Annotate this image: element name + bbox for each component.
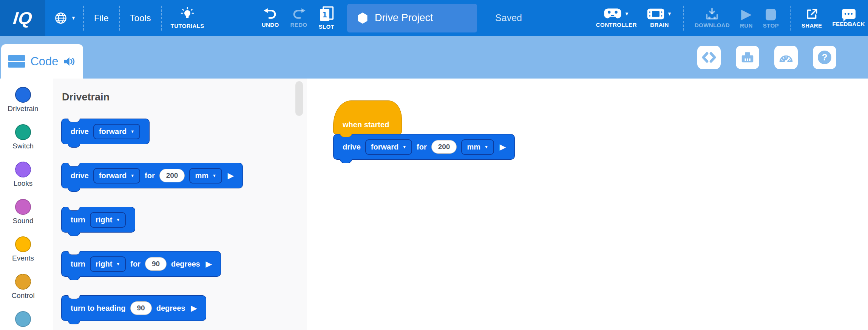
- block-dropdown[interactable]: mm▼: [461, 139, 494, 155]
- help-button[interactable]: ?: [813, 46, 836, 69]
- code-block[interactable]: driveforward▼: [61, 119, 150, 144]
- slot-button[interactable]: 1 SLOT: [318, 6, 334, 30]
- code-viewer-button[interactable]: [697, 46, 721, 69]
- category-color-dot[interactable]: [15, 236, 31, 252]
- controller-label: CONTROLLER: [596, 22, 637, 28]
- download-button[interactable]: DOWNLOAD: [695, 8, 730, 28]
- block-number-input[interactable]: 90: [145, 257, 167, 271]
- tools-menu[interactable]: Tools: [127, 13, 154, 23]
- block-dropdown[interactable]: mm▼: [189, 168, 222, 184]
- lightbulb-icon: [180, 7, 195, 21]
- code-block[interactable]: turn to heading90degrees▶: [61, 295, 206, 321]
- run-button[interactable]: ▶ RUN: [740, 8, 753, 29]
- toolbar-divider: [119, 6, 120, 31]
- block-number-input[interactable]: 200: [431, 140, 457, 154]
- logo-text: IQ: [12, 8, 33, 28]
- language-menu[interactable]: ▼: [54, 12, 76, 25]
- file-menu[interactable]: File: [91, 13, 112, 23]
- dropdown-value: mm: [195, 171, 209, 180]
- controller-button[interactable]: ▼ CONTROLLER: [596, 8, 637, 28]
- blocks-icon: [8, 54, 25, 69]
- stop-button[interactable]: STOP: [763, 8, 779, 29]
- undo-button[interactable]: UNDO: [262, 8, 279, 28]
- dropdown-value: forward: [99, 127, 127, 136]
- sub-header: Code: [0, 36, 868, 79]
- block-dropdown[interactable]: right▼: [90, 256, 126, 272]
- code-block[interactable]: turnright▼: [61, 207, 135, 233]
- speaker-icon[interactable]: [63, 56, 76, 67]
- block-expand-arrow[interactable]: ▶: [228, 171, 233, 180]
- redo-button[interactable]: REDO: [290, 8, 307, 28]
- run-icon: ▶: [741, 8, 752, 20]
- block-number-input[interactable]: 90: [130, 301, 152, 315]
- top-toolbar: IQ ▼ File Tools: [0, 0, 868, 36]
- block-label: for: [130, 260, 141, 268]
- device-info-button[interactable]: [736, 46, 759, 69]
- brain-button[interactable]: ▼ BRAIN: [647, 8, 672, 28]
- project-name-button[interactable]: Drive Project: [347, 4, 477, 32]
- block-number-input[interactable]: 200: [159, 169, 185, 182]
- category-label: Sound: [13, 217, 34, 225]
- block-dropdown[interactable]: forward▼: [365, 139, 412, 155]
- block-label: turn to heading: [71, 304, 126, 313]
- stop-label: STOP: [763, 22, 779, 29]
- sidebar-category-control[interactable]: Control: [0, 274, 46, 311]
- code-icon: [701, 52, 717, 63]
- code-block[interactable]: driveforward▼for200mm▼▶: [333, 134, 515, 160]
- category-color-dot[interactable]: [15, 311, 31, 327]
- code-block[interactable]: driveforward▼for200mm▼▶: [61, 163, 243, 188]
- block-dropdown[interactable]: forward▼: [93, 124, 140, 139]
- share-label: SHARE: [802, 22, 822, 29]
- code-block[interactable]: turnright▼for90degrees▶: [61, 251, 221, 277]
- sidebar-category-sound[interactable]: Sound: [0, 199, 46, 236]
- sidebar-category-drivetrain[interactable]: Drivetrain: [0, 87, 46, 124]
- category-color-dot[interactable]: [15, 162, 31, 177]
- chevron-down-icon: ▼: [212, 174, 216, 178]
- category-color-dot[interactable]: [15, 124, 31, 140]
- toolbar-divider: [790, 6, 791, 31]
- block-label: degrees: [156, 304, 185, 313]
- block-expand-arrow[interactable]: ▶: [191, 304, 196, 313]
- category-label: Events: [12, 254, 34, 262]
- workspace-tools: ?: [697, 46, 836, 69]
- block-dropdown[interactable]: right▼: [90, 212, 126, 228]
- chevron-down-icon: ▼: [402, 145, 406, 149]
- run-label: RUN: [740, 22, 753, 29]
- category-color-dot[interactable]: [15, 274, 31, 290]
- category-label: Drivetrain: [8, 105, 38, 113]
- when-started-hat-block[interactable]: when started: [333, 100, 402, 134]
- stop-icon: [766, 9, 776, 20]
- category-color-dot[interactable]: [15, 199, 31, 215]
- chevron-down-icon: ▼: [116, 218, 120, 222]
- share-button[interactable]: SHARE: [802, 8, 822, 29]
- redo-icon: [291, 8, 306, 20]
- block-palette: Drivetrain driveforward▼driveforward▼for…: [53, 79, 307, 330]
- feedback-button[interactable]: FEEDBACK: [832, 9, 865, 27]
- category-color-dot[interactable]: [15, 87, 31, 103]
- dropdown-value: right: [96, 216, 112, 224]
- block-expand-arrow[interactable]: ▶: [500, 142, 505, 151]
- palette-section-header: Drivetrain: [62, 91, 307, 103]
- category-label: Control: [11, 291, 34, 300]
- dashboard-button[interactable]: [774, 46, 798, 69]
- category-label: Switch: [12, 142, 34, 150]
- sidebar-category-6[interactable]: [0, 311, 46, 330]
- globe-icon: [54, 12, 67, 25]
- project-name: Drive Project: [375, 12, 433, 24]
- palette-scrollbar[interactable]: [295, 81, 303, 116]
- workspace-canvas[interactable]: when started driveforward▼for200mm▼▶: [307, 79, 868, 330]
- tutorials-button[interactable]: TUTORIALS: [171, 7, 204, 29]
- sidebar-category-switch[interactable]: Switch: [0, 124, 46, 162]
- sidebar-category-events[interactable]: Events: [0, 236, 46, 274]
- tab-code[interactable]: Code: [1, 44, 83, 79]
- chevron-down-icon: ▼: [130, 174, 134, 178]
- save-status: Saved: [495, 12, 522, 23]
- redo-label: REDO: [290, 22, 307, 28]
- toolbar-divider: [161, 6, 162, 31]
- sidebar-category-looks[interactable]: Looks: [0, 162, 46, 199]
- block-expand-arrow[interactable]: ▶: [206, 259, 212, 268]
- block-dropdown[interactable]: forward▼: [93, 168, 140, 184]
- canvas-stack-blocks: driveforward▼for200mm▼▶: [333, 134, 515, 160]
- undo-icon: [263, 8, 278, 20]
- share-icon: [805, 8, 819, 20]
